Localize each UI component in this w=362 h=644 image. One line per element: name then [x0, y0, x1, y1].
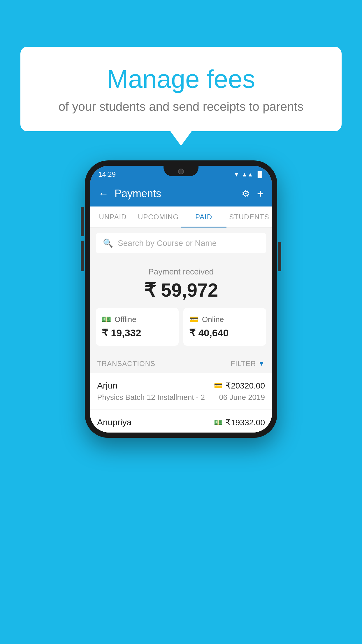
tab-unpaid[interactable]: UNPAID: [90, 206, 136, 228]
payment-received-label: Payment received: [96, 267, 266, 276]
transaction-name-2: Anupriya: [97, 417, 131, 427]
wifi-icon: ▼: [233, 171, 239, 178]
transaction-name: Arjun: [97, 381, 117, 391]
bubble-title: Manage fees: [44, 64, 318, 94]
transaction-bottom: Physics Batch 12 Installment - 2 06 June…: [97, 393, 265, 402]
offline-label: Offline: [115, 315, 136, 324]
search-bar[interactable]: 🔍 Search by Course or Name: [96, 233, 266, 253]
cash-payment-icon: 💵: [214, 418, 223, 426]
transaction-course: Physics Batch 12 Installment - 2: [97, 393, 205, 402]
phone-screen: 14:29 ▼ ▲▲ ▐▌ ← Payments ⚙ + UNPAID UP: [90, 166, 272, 433]
phone-outer: 14:29 ▼ ▲▲ ▐▌ ← Payments ⚙ + UNPAID UP: [85, 160, 277, 438]
power-button-left: [81, 207, 84, 222]
offline-card-header: 💵 Offline: [102, 315, 173, 324]
back-button[interactable]: ←: [98, 188, 109, 200]
transactions-header: TRANSACTIONS FILTER ▼: [90, 354, 272, 373]
cash-icon: 💵: [102, 315, 111, 324]
transaction-row-partial[interactable]: Anupriya 💵 ₹19332.00: [90, 410, 272, 433]
battery-icon: ▐▌: [256, 171, 264, 178]
speech-bubble: Manage fees of your students and send re…: [20, 47, 342, 131]
payment-cards: 💵 Offline ₹ 19,332 💳 Online ₹ 40,640: [96, 308, 266, 346]
add-icon[interactable]: +: [257, 187, 264, 200]
filter-label: FILTER: [231, 360, 256, 368]
online-card-header: 💳 Online: [189, 315, 260, 324]
online-card: 💳 Online ₹ 40,640: [183, 308, 266, 346]
tab-upcoming[interactable]: UPCOMING: [136, 206, 181, 228]
transaction-date: 06 June 2019: [219, 393, 265, 402]
online-amount: ₹ 40,640: [189, 327, 260, 339]
bubble-subtitle: of your students and send receipts to pa…: [44, 100, 318, 114]
payment-received-amount: ₹ 59,972: [96, 279, 266, 301]
search-placeholder: Search by Course or Name: [118, 239, 217, 248]
transaction-amount-wrap: 💳 ₹20320.00: [214, 381, 265, 391]
phone-notch: [164, 166, 198, 176]
speech-bubble-wrapper: Manage fees of your students and send re…: [20, 47, 342, 131]
online-label: Online: [202, 315, 224, 324]
search-icon: 🔍: [103, 238, 113, 248]
card-icon: 💳: [189, 315, 198, 324]
transactions-label: TRANSACTIONS: [97, 360, 155, 368]
app-header: ← Payments ⚙ +: [90, 181, 272, 206]
search-container: 🔍 Search by Course or Name: [90, 228, 272, 258]
signal-icon: ▲▲: [242, 171, 253, 178]
transaction-top: Arjun 💳 ₹20320.00: [97, 381, 265, 391]
payment-section: Payment received ₹ 59,972 💵 Offline ₹ 19…: [90, 258, 272, 354]
header-icons: ⚙ +: [242, 187, 264, 200]
settings-icon[interactable]: ⚙: [242, 188, 250, 199]
status-time: 14:29: [98, 170, 116, 178]
phone-mockup: 14:29 ▼ ▲▲ ▐▌ ← Payments ⚙ + UNPAID UP: [85, 160, 277, 438]
status-icons: ▼ ▲▲ ▐▌: [233, 171, 264, 178]
tab-paid[interactable]: PAID: [181, 206, 226, 228]
transaction-amount-wrap-2: 💵 ₹19332.00: [214, 418, 265, 427]
offline-amount: ₹ 19,332: [102, 327, 173, 339]
filter-button[interactable]: FILTER ▼: [231, 360, 265, 368]
volume-down-button: [81, 241, 84, 258]
card-payment-icon: 💳: [214, 382, 223, 390]
transaction-amount-2: ₹19332.00: [226, 418, 265, 427]
offline-card: 💵 Offline ₹ 19,332: [96, 308, 179, 346]
transaction-row[interactable]: Arjun 💳 ₹20320.00 Physics Batch 12 Insta…: [90, 373, 272, 410]
header-title: Payments: [115, 188, 236, 200]
filter-icon: ▼: [258, 360, 265, 368]
front-camera: [178, 169, 184, 174]
transaction-top-2: Anupriya 💵 ₹19332.00: [97, 417, 265, 427]
tabs-bar: UNPAID UPCOMING PAID STUDENTS: [90, 206, 272, 228]
tab-students[interactable]: STUDENTS: [226, 206, 272, 228]
transaction-amount: ₹20320.00: [226, 381, 265, 391]
